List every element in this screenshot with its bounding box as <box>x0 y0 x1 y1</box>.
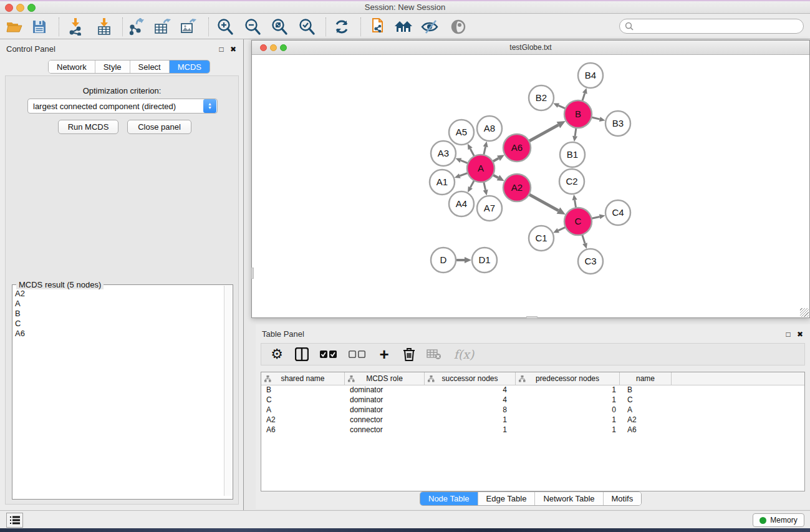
zoom-out-icon[interactable] <box>242 17 263 36</box>
tab-mcds[interactable]: MCDS <box>170 60 210 73</box>
close-table-panel-icon[interactable]: ✖ <box>796 330 804 339</box>
memory-label: Memory <box>770 516 797 525</box>
close-panel-icon[interactable]: ✖ <box>229 45 238 54</box>
tab-style[interactable]: Style <box>95 60 130 73</box>
save-session-icon[interactable] <box>29 17 50 36</box>
tab-network-table[interactable]: Network Table <box>535 492 603 505</box>
node-label-A2: A2 <box>511 182 523 193</box>
node-label-A4: A4 <box>456 198 467 209</box>
table-row[interactable]: Cdominator41C <box>261 395 804 405</box>
window-titlebar: Session: New Session <box>0 0 810 14</box>
search-input[interactable] <box>619 19 804 34</box>
resize-grip-icon[interactable] <box>800 308 809 317</box>
arrowhead-icon <box>572 136 577 142</box>
cell: A6 <box>620 425 672 435</box>
node-label-B2: B2 <box>536 92 547 103</box>
arrowhead-icon <box>483 142 488 148</box>
import-network-icon[interactable] <box>65 17 86 36</box>
table-row[interactable]: Adominator80A <box>261 405 804 415</box>
status-bar: Memory <box>0 510 810 528</box>
close-panel-button[interactable]: Close panel <box>127 120 191 134</box>
cell: B <box>620 385 672 395</box>
cell: connector <box>345 425 425 435</box>
node-label-D1: D1 <box>478 254 490 265</box>
split-view-icon[interactable] <box>294 346 310 362</box>
tab-motifs[interactable]: Motifs <box>604 492 642 505</box>
add-column-icon[interactable]: + <box>376 346 392 362</box>
delete-table-icon[interactable] <box>426 346 442 362</box>
node-label-A5: A5 <box>456 127 467 137</box>
deselect-all-columns-icon[interactable] <box>347 346 367 362</box>
node-label-C3: C3 <box>584 256 596 266</box>
node-label-A6: A6 <box>511 142 523 153</box>
refresh-icon[interactable] <box>331 17 352 36</box>
optimization-criterion-label: Optimization criterion: <box>6 86 238 95</box>
arrowhead-icon <box>599 214 605 219</box>
edge-A2-C[interactable] <box>528 194 559 211</box>
arrowhead-icon <box>582 243 587 249</box>
horizontal-scroll-thumb[interactable] <box>526 316 538 319</box>
node-label-C1: C1 <box>535 233 547 243</box>
result-item[interactable]: A <box>15 299 224 309</box>
show-graphics-details-icon[interactable] <box>448 17 469 36</box>
optimization-criterion-value: largest connected component (directed) <box>28 102 203 111</box>
select-all-columns-icon[interactable] <box>319 346 339 362</box>
column-header-successor-nodes[interactable]: successor nodes <box>425 372 516 385</box>
table-row[interactable]: A6connector11A6 <box>261 425 804 435</box>
network-canvas[interactable]: B4B2BB3A5A8A6A3B1AA1C2A2A4A7CC4C1C3DD1 <box>253 55 809 317</box>
export-image-icon[interactable] <box>178 17 200 36</box>
result-item[interactable]: C <box>15 319 224 329</box>
column-header-name[interactable]: name <box>620 372 672 385</box>
export-network-icon[interactable] <box>126 17 147 36</box>
node-label-C: C <box>575 216 582 226</box>
vertical-scroll-thumb[interactable] <box>251 268 254 279</box>
optimization-criterion-select[interactable]: largest connected component (directed) ▲… <box>27 99 218 114</box>
column-type-icon <box>428 375 435 384</box>
tab-edge-table[interactable]: Edge Table <box>478 492 536 505</box>
float-panel-icon[interactable]: □ <box>217 45 226 54</box>
zoom-fit-icon[interactable] <box>269 17 290 36</box>
node-label-B1: B1 <box>567 149 578 160</box>
zoom-in-icon[interactable] <box>215 17 236 36</box>
float-table-panel-icon[interactable]: □ <box>784 330 793 339</box>
column-header-MCDS-role[interactable]: MCDS role <box>345 372 425 385</box>
mcds-result-list[interactable]: A2ABCA6 <box>13 289 224 496</box>
result-item[interactable]: B <box>15 309 224 319</box>
column-label: name <box>636 374 655 383</box>
column-header-shared-name[interactable]: shared name <box>261 372 345 385</box>
home-icon[interactable] <box>393 17 414 36</box>
table-row[interactable]: Bdominator41B <box>261 385 804 395</box>
network-window-title: testGlobe.txt <box>252 43 809 52</box>
result-scrollbar[interactable] <box>224 286 232 496</box>
import-table-icon[interactable] <box>94 17 115 36</box>
run-mcds-button[interactable]: Run MCDS <box>58 120 118 134</box>
arrowhead-icon <box>582 88 587 94</box>
delete-columns-icon[interactable] <box>401 346 417 362</box>
node-table[interactable]: shared nameMCDS rolesuccessor nodesprede… <box>261 372 805 491</box>
result-item[interactable]: A6 <box>15 329 224 339</box>
cell: dominator <box>345 395 425 405</box>
tab-network[interactable]: Network <box>49 60 95 73</box>
edge-A6-B[interactable] <box>528 125 559 142</box>
tab-select[interactable]: Select <box>130 60 170 73</box>
network-window-titlebar: testGlobe.txt <box>252 41 809 55</box>
zoom-selected-icon[interactable] <box>296 17 317 36</box>
export-table-icon[interactable] <box>152 17 173 36</box>
result-item[interactable]: A2 <box>15 289 224 299</box>
tab-node-table[interactable]: Node Table <box>420 492 478 505</box>
column-header-predecessor-nodes[interactable]: predecessor nodes <box>516 372 620 385</box>
settings-icon[interactable]: ⚙ <box>269 346 285 362</box>
open-session-icon[interactable] <box>4 17 25 36</box>
mcds-result-title: MCDS result (5 nodes) <box>16 280 104 289</box>
network-from-clipboard-icon[interactable] <box>367 17 388 36</box>
hide-graphics-details-icon[interactable] <box>420 17 441 36</box>
column-type-icon <box>519 375 526 384</box>
task-history-button[interactable] <box>6 513 23 528</box>
table-row[interactable]: A2connector11A2 <box>261 415 804 425</box>
memory-button[interactable]: Memory <box>753 513 804 527</box>
mcds-result-box: MCDS result (5 nodes) A2ABCA6 <box>12 284 233 500</box>
table-panel-title: Table Panel <box>262 329 304 339</box>
node-label-B: B <box>575 109 581 119</box>
function-builder-icon[interactable]: f(x) <box>451 346 477 362</box>
memory-status-icon <box>759 517 766 524</box>
